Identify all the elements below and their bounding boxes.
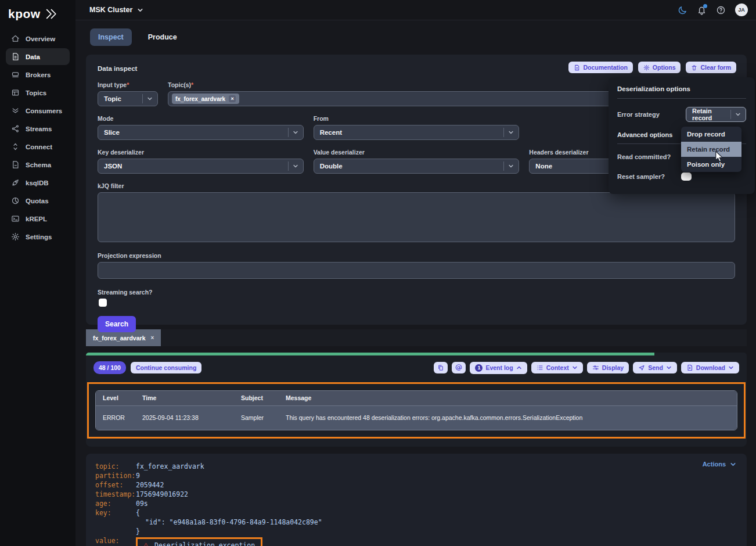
sidebar-item-label: Connect bbox=[26, 143, 52, 150]
option-drop-record[interactable]: Drop record bbox=[681, 127, 741, 142]
record-field-key-id: "id": "e948a1a8-83f0-4796-84a9-1148a042c… bbox=[95, 518, 737, 527]
sidebar-item-settings[interactable]: Settings bbox=[6, 228, 70, 245]
search-button[interactable]: Search bbox=[98, 316, 136, 332]
cluster-selector[interactable]: MSK Cluster bbox=[89, 6, 143, 14]
topic-tag-label: fx_forex_aardvark bbox=[175, 96, 225, 102]
record-field-topic: topic:fx_forex_aardvark bbox=[95, 462, 737, 471]
sidebar-item-label: Data bbox=[26, 53, 40, 60]
send-button[interactable]: Send bbox=[633, 362, 677, 373]
chevron-down-icon bbox=[508, 130, 514, 135]
copy-button[interactable] bbox=[434, 362, 448, 373]
gear-icon bbox=[11, 232, 20, 241]
event-log-button[interactable]: 1 Event log bbox=[470, 362, 527, 374]
list-icon bbox=[537, 364, 543, 371]
sidebar-item-schema[interactable]: Schema bbox=[6, 156, 70, 173]
continue-consuming-button[interactable]: Continue consuming bbox=[131, 362, 201, 373]
col-header-message: Message bbox=[286, 391, 737, 405]
avatar[interactable]: JA bbox=[735, 3, 748, 16]
notification-dot bbox=[703, 4, 707, 8]
deserialization-options-panel: Deserialization options Error strategy R… bbox=[609, 77, 755, 194]
double-chevron-icon bbox=[44, 8, 59, 20]
sidebar-item-streams[interactable]: Streams bbox=[6, 120, 70, 137]
actions-label: Actions bbox=[703, 461, 726, 468]
consumed-count-badge: 48 / 100 bbox=[93, 361, 126, 374]
sidebar-item-brokers[interactable]: Brokers bbox=[6, 66, 70, 83]
sidebar-item-label: Topics bbox=[26, 89, 46, 96]
col-header-level: Level bbox=[96, 391, 142, 405]
results-panel: 48 / 100 Continue consuming 1 Event log … bbox=[86, 353, 747, 447]
tab-inspect[interactable]: Inspect bbox=[90, 28, 132, 46]
topic-tag-close-icon[interactable]: × bbox=[229, 95, 236, 102]
cell-message: This query has encountered 48 deserializ… bbox=[286, 406, 737, 430]
streaming-search-label: Streaming search? bbox=[98, 289, 735, 296]
data-file-icon bbox=[11, 52, 20, 61]
option-poison-only[interactable]: Poison only bbox=[681, 157, 741, 172]
consumers-chevrons-icon bbox=[11, 106, 20, 115]
actions-menu[interactable]: Actions bbox=[703, 461, 736, 468]
input-type-select[interactable]: Topic bbox=[98, 91, 158, 106]
download-button[interactable]: Download bbox=[681, 362, 739, 373]
kjq-filter-input[interactable] bbox=[98, 192, 735, 242]
deserialization-exception-badge[interactable]: Deserialization exception bbox=[136, 537, 262, 546]
sidebar-item-krepl[interactable]: kREPL bbox=[6, 210, 70, 227]
sidebar-item-label: ksqlDB bbox=[26, 179, 49, 186]
clear-form-button[interactable]: Clear form bbox=[686, 62, 736, 73]
error-strategy-select[interactable]: Retain record bbox=[686, 107, 746, 122]
topic-tab-close-icon[interactable]: × bbox=[150, 335, 154, 341]
value-deserializer-value: Double bbox=[320, 163, 504, 170]
option-retain-record[interactable]: Retain record bbox=[681, 142, 741, 157]
event-log-label: Event log bbox=[485, 364, 513, 371]
sidebar-item-label: Streams bbox=[26, 125, 52, 132]
context-button[interactable]: Context bbox=[531, 362, 583, 373]
documentation-button[interactable]: Documentation bbox=[568, 62, 632, 73]
projection-expression-input[interactable] bbox=[98, 262, 735, 279]
sidebar-item-data[interactable]: Data bbox=[6, 48, 70, 65]
cell-subject: Sampler bbox=[241, 406, 286, 430]
record-field-timestamp: timestamp:1756949016922 bbox=[95, 490, 737, 499]
chevron-down-icon bbox=[293, 163, 298, 169]
topbar: MSK Cluster JA bbox=[75, 0, 756, 20]
col-header-time: Time bbox=[142, 391, 241, 405]
at-mention-button[interactable] bbox=[452, 362, 466, 373]
streaming-search-toggle[interactable] bbox=[99, 299, 107, 307]
kpow-logo[interactable]: kpow bbox=[6, 6, 70, 30]
chevron-down-icon bbox=[735, 112, 741, 117]
dark-mode-moon-icon[interactable] bbox=[678, 5, 687, 15]
tab-produce[interactable]: Produce bbox=[140, 28, 185, 46]
error-strategy-value: Retain record bbox=[692, 107, 730, 121]
download-file-icon bbox=[686, 364, 693, 371]
sidebar-item-connect[interactable]: Connect bbox=[6, 138, 70, 155]
input-type-label: Input type* bbox=[98, 81, 158, 88]
table-row[interactable]: ERROR 2025-09-04 11:23:38 Sampler This q… bbox=[96, 406, 737, 430]
exception-label: Deserialization exception bbox=[154, 541, 255, 546]
input-type-value: Topic bbox=[104, 95, 142, 102]
sidebar-item-overview[interactable]: Overview bbox=[6, 30, 70, 47]
sliders-icon bbox=[592, 364, 599, 371]
reset-sampler-toggle[interactable] bbox=[681, 173, 692, 181]
sidebar-item-consumers[interactable]: Consumers bbox=[6, 102, 70, 119]
send-label: Send bbox=[648, 364, 663, 371]
event-log-table: Level Time Subject Message ERROR 2025-09… bbox=[95, 390, 737, 430]
notifications-bell-icon[interactable] bbox=[697, 5, 707, 15]
sidebar-item-topics[interactable]: Topics bbox=[6, 84, 70, 101]
sidebar-item-ksqldb[interactable]: ksqlDB bbox=[6, 174, 70, 191]
mode-select[interactable]: Slice bbox=[98, 125, 304, 140]
help-icon[interactable] bbox=[716, 5, 726, 15]
value-deserializer-select[interactable]: Double bbox=[314, 159, 520, 174]
document-icon bbox=[574, 64, 580, 71]
error-strategy-dropdown: Drop record Retain record Poison only bbox=[681, 127, 741, 172]
topic-tag: fx_forex_aardvark × bbox=[172, 94, 239, 104]
deserialization-options-title: Deserialization options bbox=[617, 85, 746, 99]
trash-icon bbox=[691, 64, 697, 71]
results-toolbar: 48 / 100 Continue consuming 1 Event log … bbox=[86, 355, 747, 381]
clear-form-label: Clear form bbox=[700, 64, 731, 71]
sidebar-item-quotas[interactable]: Quotas bbox=[6, 192, 70, 209]
options-button[interactable]: Options bbox=[638, 62, 681, 73]
kpow-logo-text: kpow bbox=[8, 7, 41, 21]
display-button[interactable]: Display bbox=[587, 362, 629, 373]
table-header-row: Level Time Subject Message bbox=[96, 391, 737, 406]
record-field-value: value: Deserialization exception bbox=[95, 536, 737, 546]
key-deserializer-select[interactable]: JSON bbox=[98, 159, 304, 174]
from-select[interactable]: Recent bbox=[314, 125, 520, 140]
key-deserializer-label: Key deserializer bbox=[98, 149, 304, 156]
